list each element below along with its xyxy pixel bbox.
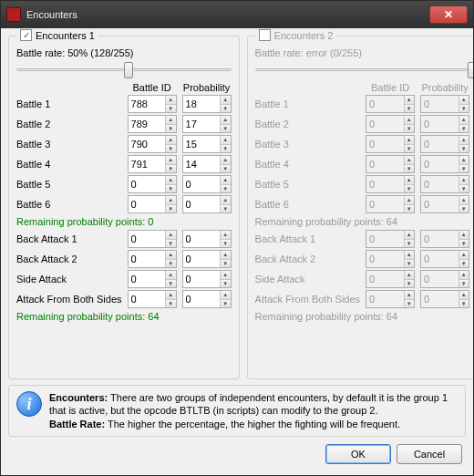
- battle-id-spinner-input[interactable]: [129, 116, 166, 132]
- probability-spinner-input[interactable]: [421, 156, 459, 172]
- probability-spinner[interactable]: ▲▼: [420, 195, 469, 213]
- battle-id-spinner[interactable]: ▲▼: [128, 250, 177, 268]
- probability-spinner[interactable]: ▲▼: [420, 250, 469, 268]
- spin-down-icon[interactable]: ▼: [166, 259, 176, 268]
- battle-id-spinner[interactable]: ▲▼: [366, 250, 415, 268]
- battle-id-spinner[interactable]: ▲▼: [128, 230, 177, 248]
- spin-up-icon[interactable]: ▲: [459, 96, 469, 104]
- ok-button[interactable]: OK: [325, 444, 391, 464]
- battle-id-spinner[interactable]: ▲▼: [128, 195, 177, 213]
- encounters-2-checkbox[interactable]: [259, 29, 271, 41]
- spin-up-icon[interactable]: ▲: [166, 196, 176, 204]
- probability-spinner[interactable]: ▲▼: [420, 135, 469, 153]
- battle-id-spinner-input[interactable]: [366, 176, 404, 192]
- spin-up-icon[interactable]: ▲: [405, 116, 415, 124]
- battle-id-spinner[interactable]: ▲▼: [128, 95, 177, 113]
- battle-id-spinner-input[interactable]: [366, 116, 404, 132]
- spin-up-icon[interactable]: ▲: [221, 116, 231, 124]
- spin-down-icon[interactable]: ▼: [221, 204, 231, 213]
- spin-up-icon[interactable]: ▲: [459, 291, 469, 299]
- spin-down-icon[interactable]: ▼: [166, 239, 176, 248]
- probability-spinner[interactable]: ▲▼: [182, 95, 232, 113]
- close-button[interactable]: ✕: [429, 5, 468, 24]
- spin-up-icon[interactable]: ▲: [459, 156, 469, 164]
- spin-down-icon[interactable]: ▼: [405, 239, 415, 248]
- spin-down-icon[interactable]: ▼: [405, 184, 415, 193]
- cancel-button[interactable]: Cancel: [397, 444, 462, 464]
- battle-rate-slider[interactable]: [255, 60, 470, 78]
- probability-spinner[interactable]: ▲▼: [182, 250, 232, 268]
- probability-spinner-input[interactable]: [421, 96, 459, 112]
- spin-up-icon[interactable]: ▲: [221, 176, 231, 184]
- battle-id-spinner[interactable]: ▲▼: [128, 175, 177, 193]
- spin-up-icon[interactable]: ▲: [166, 156, 176, 164]
- spin-up-icon[interactable]: ▲: [221, 156, 231, 164]
- spin-down-icon[interactable]: ▼: [459, 104, 469, 113]
- probability-spinner[interactable]: ▲▼: [420, 290, 469, 308]
- spin-down-icon[interactable]: ▼: [221, 164, 231, 173]
- spin-down-icon[interactable]: ▼: [166, 299, 176, 308]
- spin-down-icon[interactable]: ▼: [405, 144, 415, 153]
- battle-id-spinner-input[interactable]: [366, 251, 404, 267]
- spin-up-icon[interactable]: ▲: [166, 271, 176, 279]
- battle-id-spinner[interactable]: ▲▼: [128, 290, 177, 308]
- spin-down-icon[interactable]: ▼: [221, 104, 231, 113]
- battle-id-spinner-input[interactable]: [129, 231, 166, 247]
- battle-id-spinner-input[interactable]: [366, 136, 404, 152]
- battle-id-spinner-input[interactable]: [129, 156, 166, 172]
- spin-down-icon[interactable]: ▼: [459, 259, 469, 268]
- battle-id-spinner-input[interactable]: [366, 156, 404, 172]
- probability-spinner-input[interactable]: [183, 196, 221, 212]
- probability-spinner-input[interactable]: [183, 136, 221, 152]
- battle-id-spinner[interactable]: ▲▼: [366, 115, 415, 133]
- probability-spinner[interactable]: ▲▼: [420, 95, 469, 113]
- spin-down-icon[interactable]: ▼: [459, 144, 469, 153]
- encounters-1-checkbox[interactable]: ✓: [20, 29, 32, 41]
- slider-thumb[interactable]: [468, 62, 473, 78]
- probability-spinner-input[interactable]: [183, 271, 221, 287]
- spin-down-icon[interactable]: ▼: [166, 184, 176, 193]
- battle-id-spinner-input[interactable]: [129, 96, 166, 112]
- battle-id-spinner[interactable]: ▲▼: [366, 270, 415, 288]
- probability-spinner[interactable]: ▲▼: [420, 175, 469, 193]
- battle-id-spinner[interactable]: ▲▼: [366, 155, 415, 173]
- probability-spinner-input[interactable]: [183, 116, 221, 132]
- battle-id-spinner[interactable]: ▲▼: [366, 135, 415, 153]
- probability-spinner-input[interactable]: [421, 136, 459, 152]
- battle-rate-slider[interactable]: [16, 60, 232, 78]
- battle-id-spinner-input[interactable]: [129, 196, 166, 212]
- spin-down-icon[interactable]: ▼: [166, 144, 176, 153]
- probability-spinner-input[interactable]: [421, 196, 459, 212]
- spin-up-icon[interactable]: ▲: [405, 291, 415, 299]
- spin-up-icon[interactable]: ▲: [221, 96, 231, 104]
- spin-down-icon[interactable]: ▼: [459, 299, 469, 308]
- probability-spinner[interactable]: ▲▼: [182, 135, 232, 153]
- spin-up-icon[interactable]: ▲: [166, 291, 176, 299]
- battle-id-spinner-input[interactable]: [366, 271, 404, 287]
- spin-down-icon[interactable]: ▼: [221, 279, 231, 288]
- probability-spinner-input[interactable]: [183, 291, 221, 307]
- probability-spinner-input[interactable]: [421, 271, 459, 287]
- spin-down-icon[interactable]: ▼: [405, 279, 415, 288]
- probability-spinner[interactable]: ▲▼: [420, 270, 469, 288]
- spin-up-icon[interactable]: ▲: [459, 251, 469, 259]
- spin-down-icon[interactable]: ▼: [166, 164, 176, 173]
- probability-spinner-input[interactable]: [183, 176, 221, 192]
- probability-spinner[interactable]: ▲▼: [182, 115, 232, 133]
- spin-down-icon[interactable]: ▼: [459, 204, 469, 213]
- spin-down-icon[interactable]: ▼: [405, 204, 415, 213]
- spin-up-icon[interactable]: ▲: [459, 116, 469, 124]
- spin-up-icon[interactable]: ▲: [166, 176, 176, 184]
- spin-down-icon[interactable]: ▼: [405, 259, 415, 268]
- spin-up-icon[interactable]: ▲: [221, 271, 231, 279]
- battle-id-spinner[interactable]: ▲▼: [366, 95, 415, 113]
- battle-id-spinner[interactable]: ▲▼: [366, 230, 415, 248]
- spin-down-icon[interactable]: ▼: [405, 299, 415, 308]
- spin-up-icon[interactable]: ▲: [166, 96, 176, 104]
- probability-spinner[interactable]: ▲▼: [420, 230, 469, 248]
- battle-id-spinner-input[interactable]: [129, 176, 166, 192]
- probability-spinner-input[interactable]: [183, 251, 221, 267]
- probability-spinner-input[interactable]: [421, 251, 459, 267]
- spin-down-icon[interactable]: ▼: [221, 124, 231, 133]
- probability-spinner[interactable]: ▲▼: [182, 175, 232, 193]
